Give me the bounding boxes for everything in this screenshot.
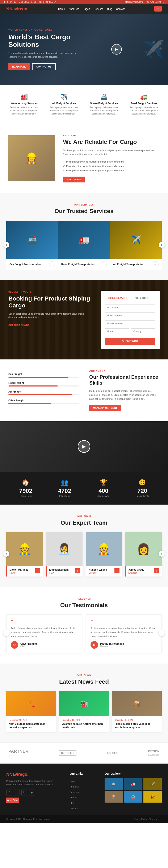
team-cards: 👷 + Maxtel Martinez Founder 👩‍💼 + Emma B… [6,532,162,577]
stat-happy-number: 720 [125,488,160,494]
footer-tw-button[interactable]: t [14,789,20,796]
form-phone-group [105,320,156,326]
footer-link-contact[interactable]: Contact [70,806,98,811]
about-desc1: Donbass ipsum dolor sit amet, consectetu… [63,149,160,156]
gallery-thumb-3[interactable]: 📦 [105,791,123,803]
team-add-1[interactable]: + [75,568,80,574]
service-road: 🚛 Road Freight Services Sed ut perspicia… [126,91,162,118]
team-add-3[interactable]: + [154,568,159,574]
slider-prev-button[interactable]: ‹ [3,242,9,248]
footer-link-about[interactable]: About Us [70,784,98,789]
projects-icon: 🏠 [8,479,43,486]
cart-button[interactable]: 🛒 [155,6,162,11]
footer-terms-link[interactable]: Terms of Use [149,818,162,820]
footer-yt-button[interactable]: ▶ [29,789,35,796]
form-country-input[interactable] [131,329,156,334]
gallery-thumb-2[interactable]: ✈️ [143,778,162,790]
booking-link[interactable]: GET FREE QUOTE [8,324,29,327]
footer-fb-button[interactable]: f [6,789,12,796]
testimonials-prev[interactable]: ‹ [3,630,9,636]
gallery-thumb-0[interactable]: 🚢 [105,778,123,790]
sea-card-footer: Sea Freight Transportation › [6,259,58,270]
nav-home[interactable]: Home [58,7,65,10]
footer-privacy-link[interactable]: Privacy Policy [134,818,147,820]
nav-blog[interactable]: Blog [107,7,112,10]
footer-youtube[interactable]: ▶ YouTube [6,798,19,803]
footer-link-home[interactable]: Home [70,778,98,784]
team-slider-next[interactable]: › [159,551,165,557]
blog-card-1: 🏭 December 10, 2021 Vivamus sodales rutr… [59,691,109,732]
sea-card-arrow[interactable]: › [49,261,55,267]
blog-date-1: December 10, 2021 [62,719,107,721]
gallery-thumb-4[interactable]: 🏭 [124,791,142,803]
team-add-2[interactable]: + [114,568,119,574]
form-submit-button[interactable]: SUBMIT NOW [105,338,156,345]
service-air-desc: Sed ut perspiciatis unde omnis iste natu… [48,106,80,115]
stat-happy: 😊 720 Happy Clients [125,479,160,497]
tab-track[interactable]: Track & Trace [130,295,151,301]
air-card-arrow[interactable]: › [153,261,159,267]
testimonial-text-0: Proin pharetra viverra faucibus porttito… [11,626,78,638]
nav-services[interactable]: Services [94,7,103,10]
team-footer-2: + Hudson Willing Designer [86,566,122,577]
service-warehousing-title: Warehousing Services [8,102,40,105]
hero-play-button[interactable]: ▶ [111,44,122,55]
testimonials-label: FEEDBACK [6,597,162,600]
footer-link-blog[interactable]: Blog [70,800,98,806]
check-item-1: Proin pharetra viverra faucibus porttito… [63,160,160,164]
blog-post-title-0[interactable]: Nam volutpat mollis arcu, quis convallis… [9,722,54,730]
skill-other: Other Freight [8,399,79,404]
form-name-input[interactable] [105,305,156,310]
team-photo-3: 👩 [125,532,162,566]
footer-gallery-col: Our Gallery 🚢 🚛 ✈️ 📦 🏭 🚂 [105,772,162,811]
about-image: 👷 [8,135,55,181]
form-phone-input[interactable] [105,320,156,326]
blog-img-0: 🏗️ [6,691,56,716]
nav-pages[interactable]: Pages [83,7,90,10]
skill-air: Air Freight [8,390,79,395]
tab-request[interactable]: Request a Quote [105,295,130,301]
gallery-thumb-5[interactable]: 🚂 [143,791,162,803]
social-in[interactable]: in [10,1,12,3]
footer-link-portfolio[interactable]: Portfolio [70,795,98,800]
form-from-input[interactable] [105,329,129,334]
testimonial-author-1: M Margiu R. Robinson Manager [90,641,157,649]
video-play-button[interactable]: ▶ [78,440,90,453]
team-slider-prev[interactable]: ‹ [3,551,9,557]
read-more-button[interactable]: READ MORE [8,63,30,70]
contact-us-button[interactable]: CONTACT US [32,63,55,70]
team-add-0[interactable]: + [35,568,40,574]
about-section: 👷 ABOUT US We Are Reliable For Cargo Don… [0,124,168,193]
nav-about[interactable]: About Us [69,7,79,10]
footer-link-services[interactable]: Services [70,789,98,795]
nav-contact[interactable]: Contact [116,7,124,10]
team-slider: ‹ 👷 + Maxtel Martinez Founder 👩‍💼 + Em [6,532,162,577]
form-email-input[interactable] [105,312,156,318]
footer-in-button[interactable]: in [21,789,27,796]
stat-awards-number: 400 [86,488,121,494]
testimonials-next[interactable]: › [159,630,165,636]
team-card-1: 👩‍💼 + Emma Backfield CEO [46,532,83,577]
social-yt[interactable]: ▶ [15,1,16,3]
hero-section: World Class Cargo Services World's Best … [0,13,168,85]
hero-subtitle: World Class Cargo Services [8,29,80,31]
slider-next-button[interactable]: › [159,242,165,248]
blog-date-0: December 10, 2021 [9,719,54,721]
social-tw[interactable]: t [7,1,8,3]
make-appointment-button[interactable]: MAKE APPOINTMENT [89,405,121,411]
testimonial-0: " Proin pharetra viverra faucibus portti… [6,615,82,653]
gallery-thumb-1[interactable]: 🚛 [124,778,142,790]
blog-post-title-1[interactable]: Vivamus sodales rutrum amet non mattis d… [62,722,107,730]
road-card-arrow[interactable]: › [101,261,107,267]
road-card-name: Road Freight Transportation [61,263,95,266]
sea-card-name: Sea Freight Transportation [9,263,41,266]
hero-description: From worldwide door-to-door cargo shipme… [8,51,80,59]
social-fb[interactable]: f [4,1,5,3]
about-read-more-button[interactable]: READ MORE [63,177,85,182]
testimonial-1: " Proin pharetra viverra faucibus portti… [86,615,162,653]
blog-post-title-2[interactable]: Fusce suscipit arcu velit id of vestibul… [114,722,159,730]
form-location-row [105,329,156,336]
air-card-name: Air Freight Transportation [113,263,144,266]
testimonials-section: FEEDBACK Our Testimonials ‹ " Proin phar… [0,587,168,664]
video-section: ▶ [0,421,168,472]
